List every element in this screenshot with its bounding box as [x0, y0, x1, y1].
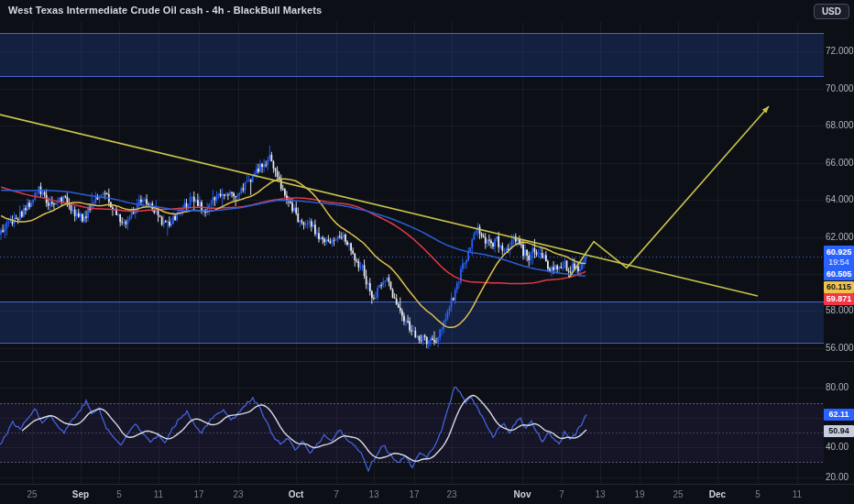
- time-axis-label: 25: [673, 489, 683, 499]
- rsi-signal-label: 50.94: [824, 425, 854, 437]
- time-axis-label: 13: [595, 489, 605, 499]
- time-axis-label: 23: [446, 489, 456, 499]
- time-axis-label: 5: [116, 489, 122, 499]
- price-axis-label: 62.000: [826, 232, 854, 242]
- rsi-axis-label: 80.00: [826, 382, 849, 392]
- price-axis-label: 64.000: [826, 194, 854, 204]
- chart-canvas[interactable]: [0, 0, 854, 504]
- bar-countdown: 19:54: [824, 257, 854, 268]
- time-axis-label: 23: [233, 489, 243, 499]
- time-axis-label: 19: [634, 489, 644, 499]
- time-axis-label: 11: [793, 489, 802, 499]
- rsi-value-label: 62.11: [824, 409, 854, 421]
- rsi-axis-label: 20.00: [826, 472, 849, 482]
- time-axis-label: 11: [154, 489, 163, 499]
- time-axis-label: Dec: [709, 489, 726, 499]
- time-axis-label: 17: [193, 489, 203, 499]
- price-axis-label: 70.000: [826, 83, 854, 93]
- price-axis-label: 56.000: [826, 343, 854, 353]
- trading-chart-app: West Texas Intermediate Crude Oil cash -…: [0, 0, 854, 504]
- last-price-label: 60.925 19:54: [824, 246, 854, 268]
- price-axis-label: 58.000: [826, 305, 854, 315]
- time-axis-label: 17: [409, 489, 419, 499]
- ma-yellow-label: 60.115: [824, 281, 854, 293]
- rsi-axis-label: 40.00: [826, 442, 849, 452]
- ma-blue-label: 60.505: [824, 268, 854, 280]
- currency-button[interactable]: USD: [814, 4, 849, 19]
- last-price-value: 60.925: [827, 247, 852, 257]
- time-axis-label: Nov: [514, 489, 531, 499]
- time-axis-label: 13: [368, 489, 378, 499]
- time-axis-label: 5: [755, 489, 761, 499]
- time-axis-label: 25: [27, 489, 37, 499]
- ma-red-label: 59.871: [824, 293, 854, 305]
- time-axis-label: 7: [559, 489, 564, 499]
- symbol-title[interactable]: West Texas Intermediate Crude Oil cash -…: [8, 5, 322, 16]
- time-axis-label: Oct: [289, 489, 304, 499]
- time-axis-label: 7: [334, 489, 339, 499]
- price-axis-label: 68.000: [826, 120, 854, 130]
- time-axis-label: Sep: [72, 489, 89, 499]
- price-axis-label: 72.000: [826, 46, 854, 56]
- price-axis-label: 66.000: [826, 158, 854, 168]
